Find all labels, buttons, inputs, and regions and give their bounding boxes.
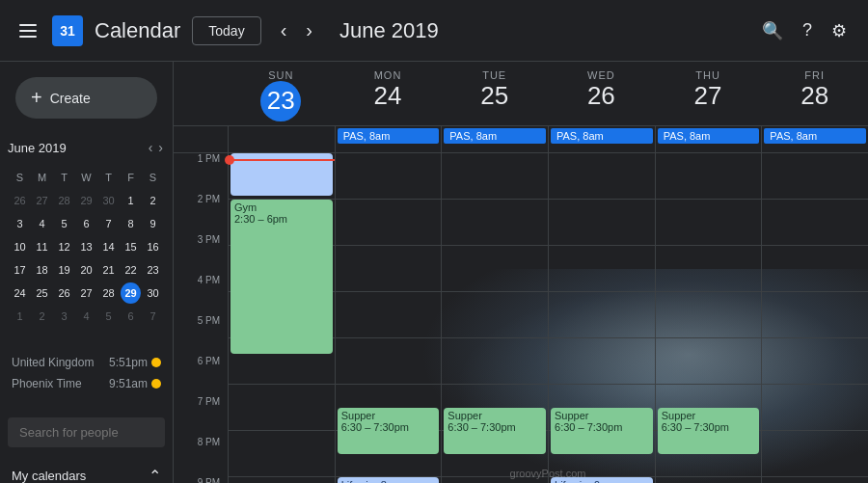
mini-cal-header: June 2019 ‹ › <box>8 134 165 165</box>
all-day-event-tue[interactable]: PAS, 8am <box>444 128 546 144</box>
dow-t2: T <box>98 167 119 188</box>
day-num-mon: 24 <box>335 81 442 111</box>
create-button[interactable]: + Create <box>15 77 157 119</box>
day-col-mon: Supper 6:30 – 7:30pm Lifewire 8 8 – 11:4… <box>335 153 442 483</box>
event-mon-supper[interactable]: Supper 6:30 – 7:30pm <box>338 408 440 454</box>
dow-s1: S <box>10 167 30 188</box>
time-label-6pm: 6 PM <box>174 356 228 402</box>
mini-cal-day[interactable]: 27 <box>76 282 96 304</box>
day-header-mon: MON 24 <box>335 62 442 125</box>
day-num-tue: 25 <box>441 81 548 111</box>
tz1-name: United Kingdom <box>12 356 94 369</box>
time-label-9pm: 9 PM <box>174 477 228 483</box>
mini-cal-day[interactable]: 28 <box>54 190 74 211</box>
day-name-fri: FRI <box>761 69 868 81</box>
mini-cal-day[interactable]: 16 <box>143 236 163 257</box>
plus-icon: + <box>31 87 42 109</box>
search-button[interactable]: 🔍 <box>756 14 789 47</box>
all-day-event-fri[interactable]: PAS, 8am <box>764 128 866 144</box>
mini-cal-day[interactable]: 7 <box>143 306 163 327</box>
all-day-cell-thu: PAS, 8am <box>655 126 762 152</box>
all-day-event-wed[interactable]: PAS, 8am <box>551 128 653 144</box>
mini-cal-day[interactable]: 6 <box>76 213 96 234</box>
mini-cal-day[interactable]: 19 <box>54 259 74 281</box>
event-gym[interactable]: Gym 2:30 – 6pm <box>231 200 333 354</box>
mini-cal-day[interactable]: 29 <box>76 190 96 211</box>
mini-next-button[interactable]: › <box>156 138 165 157</box>
all-day-event-mon[interactable]: PAS, 8am <box>338 128 440 144</box>
mini-prev-button[interactable]: ‹ <box>147 138 155 157</box>
mini-cal-day[interactable]: 15 <box>121 236 141 257</box>
mini-calendar: June 2019 ‹ › S M T W T F S <box>0 134 173 336</box>
mini-cal-day[interactable]: 8 <box>121 213 141 234</box>
prev-button[interactable]: ‹ <box>273 15 295 45</box>
next-button[interactable]: › <box>298 15 320 45</box>
mini-cal-day[interactable]: 26 <box>54 282 74 304</box>
help-button[interactable]: ? <box>797 14 818 47</box>
mini-cal-day[interactable]: 2 <box>143 190 163 211</box>
mini-cal-day[interactable]: 1 <box>10 306 30 327</box>
event-lifewire8[interactable]: Lifewire 8 8 – 11:45pm <box>338 477 440 483</box>
mini-cal-day[interactable]: 20 <box>76 259 96 281</box>
calendar-main: SUN 23 MON 24 TUE 25 WED 26 THU 27 FRI 2… <box>174 62 868 483</box>
dow-t1: T <box>54 167 74 188</box>
mini-cal-day[interactable]: 22 <box>121 259 141 281</box>
mini-cal-day[interactable]: 13 <box>76 236 96 257</box>
mini-cal-day[interactable]: 27 <box>32 190 52 211</box>
mini-cal-day[interactable]: 11 <box>32 236 52 257</box>
day-name-thu: THU <box>655 69 762 81</box>
mini-cal-day[interactable]: 24 <box>10 282 30 304</box>
nav-buttons: ‹ › <box>273 15 320 45</box>
topbar-right: 🔍 ? ⚙ <box>756 14 853 47</box>
mini-cal-day[interactable]: 21 <box>98 259 119 281</box>
mini-cal-day[interactable]: 7 <box>98 213 119 234</box>
mini-cal-day[interactable]: 1 <box>121 190 141 211</box>
day-header-thu: THU 27 <box>655 62 762 125</box>
mini-cal-day[interactable]: 28 <box>98 282 119 304</box>
event-lifewire9[interactable]: Lifewire 9 8pm – 12am <box>551 477 653 483</box>
mini-cal-day[interactable]: 18 <box>32 259 52 281</box>
time-grid: 1 PM 2 PM 3 PM 4 PM 5 PM 6 PM 7 PM 8 PM … <box>174 153 868 483</box>
mini-cal-day[interactable]: 4 <box>32 213 52 234</box>
mini-cal-day[interactable]: 23 <box>143 259 163 281</box>
mini-cal-day[interactable]: 30 <box>143 282 163 304</box>
search-people-input[interactable] <box>8 417 165 447</box>
mini-cal-day[interactable]: 2 <box>32 306 52 327</box>
all-day-cell-fri: PAS, 8am <box>761 126 868 152</box>
mini-cal-day[interactable]: 25 <box>32 282 52 304</box>
mini-cal-title: June 2019 <box>8 141 67 155</box>
menu-button[interactable] <box>15 20 41 41</box>
event-wed-supper[interactable]: Supper 6:30 – 7:30pm <box>551 408 653 454</box>
mini-cal-day[interactable]: 3 <box>54 306 74 327</box>
mini-cal-day[interactable]: 5 <box>54 213 74 234</box>
mini-cal-day[interactable]: 5 <box>98 306 119 327</box>
all-day-event-thu[interactable]: PAS, 8am <box>658 128 760 144</box>
collapse-icon[interactable]: ⌃ <box>149 467 161 483</box>
all-day-row: PAS, 8am PAS, 8am PAS, 8am PAS, 8am PAS,… <box>174 126 868 153</box>
mini-cal-day[interactable]: 3 <box>10 213 30 234</box>
today-button[interactable]: Today <box>192 16 260 45</box>
mini-cal-day[interactable]: 30 <box>98 190 119 211</box>
time-label-7pm: 7 PM <box>174 396 228 443</box>
mini-cal-day[interactable]: 4 <box>76 306 96 327</box>
event-thu-supper[interactable]: Supper 6:30 – 7:30pm <box>658 408 760 454</box>
settings-button[interactable]: ⚙ <box>826 14 853 47</box>
mini-cal-day[interactable]: 10 <box>10 236 30 257</box>
mini-cal-day[interactable]: 17 <box>10 259 30 281</box>
mini-cal-day[interactable]: 29 <box>121 282 141 304</box>
event-mon-supper-title: Supper <box>341 410 436 421</box>
event-tue-supper[interactable]: Supper 6:30 – 7:30pm <box>444 408 546 454</box>
time-label-1pm: 1 PM <box>174 153 228 200</box>
mini-cal-day[interactable]: 14 <box>98 236 119 257</box>
mini-cal-day[interactable]: 6 <box>121 306 141 327</box>
mini-cal-nav: ‹ › <box>147 138 165 157</box>
mini-cal-day[interactable]: 9 <box>143 213 163 234</box>
mini-cal-day[interactable]: 12 <box>54 236 74 257</box>
create-label: Create <box>50 91 91 106</box>
tz1-row: United Kingdom 5:51pm <box>0 352 173 373</box>
day-columns: Gym 2:30 – 6pm Supper 6:30 – 7:30pm <box>228 153 868 483</box>
tz1-dot <box>151 358 161 367</box>
dow-f: F <box>121 167 141 188</box>
day-name-wed: WED <box>548 69 655 81</box>
mini-cal-day[interactable]: 26 <box>10 190 30 211</box>
